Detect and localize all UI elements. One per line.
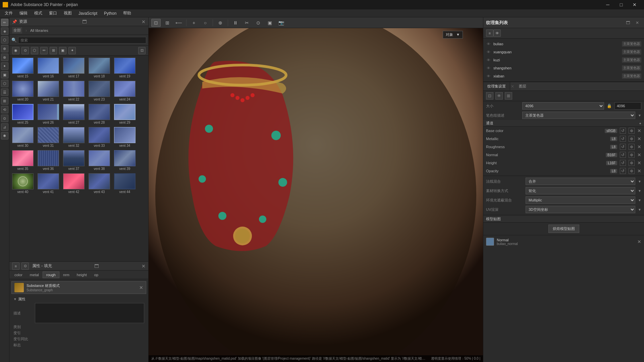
normal-reset[interactable]: ↺ <box>620 152 626 158</box>
tss-tab-settings[interactable]: 纹理集设置 <box>483 82 510 90</box>
normal-del[interactable]: ✕ <box>637 152 641 158</box>
list-item[interactable]: vent 22 <box>62 80 86 102</box>
search-input[interactable] <box>18 37 146 44</box>
texture-row-xiaban[interactable]: 👁 xiaban 主茶笼色器 <box>483 72 644 80</box>
texture-eye-toggle[interactable]: 👁 <box>493 29 501 37</box>
list-item[interactable]: vent 35 <box>11 149 35 171</box>
list-item[interactable]: vent 29 <box>113 103 137 125</box>
list-item[interactable]: vent 23 <box>87 80 111 102</box>
add-channel-btn[interactable]: + <box>639 121 641 125</box>
tss-icon-3[interactable]: ⊞ <box>505 92 512 100</box>
tss-tab-layers[interactable]: 图层 <box>515 82 530 90</box>
metallic-reset[interactable]: ↺ <box>620 136 626 142</box>
texture-row-shangshen[interactable]: 👁 shangshen 主茶笼色器 <box>483 64 644 72</box>
lock-icon[interactable]: 🔒 <box>607 104 612 108</box>
menu-javascript[interactable]: JavaScript <box>75 10 101 16</box>
vt-add[interactable]: + <box>189 19 199 27</box>
vt-photo[interactable]: 📷 <box>276 19 286 27</box>
camera-arrow[interactable]: ▼ <box>456 33 460 37</box>
tool-paint[interactable]: ✏ <box>1 19 8 26</box>
rp-float-icon[interactable]: 🗖 <box>624 19 632 27</box>
list-item[interactable]: vent 39 <box>113 149 137 171</box>
tool-undo[interactable]: ⟲ <box>1 106 8 113</box>
normal-dup[interactable]: ⊕ <box>629 152 635 158</box>
rp-close-icon[interactable]: ✕ <box>633 19 641 27</box>
uv-select[interactable]: 3D空间坐标 <box>526 206 635 213</box>
list-item[interactable]: vent 38 <box>87 149 111 171</box>
eye-icon-kuzi[interactable]: 👁 <box>486 58 491 62</box>
3d-scene[interactable]: 对象 ▼ 从 //·数据天文/模型-贴图/贴图/map/shangshen_ma… <box>149 28 483 362</box>
tool-transform[interactable]: ▣ <box>1 71 8 78</box>
menu-window[interactable]: 窗口 <box>46 10 60 17</box>
list-item[interactable]: vent 18 <box>87 57 111 79</box>
height-reset[interactable]: ↺ <box>620 160 626 166</box>
roughness-reset[interactable]: ↺ <box>620 144 626 150</box>
vt-obj[interactable]: ▣ <box>265 19 274 27</box>
tool-redo[interactable]: ⊙ <box>1 115 8 122</box>
tool-measure[interactable]: ⊿ <box>1 123 8 131</box>
asset-icon-2[interactable]: ⊙ <box>21 47 29 54</box>
tool-dropper[interactable]: ☰ <box>1 88 8 96</box>
asset-icon-5[interactable]: ⊞ <box>50 47 57 54</box>
vt-view-grid[interactable]: ⊞ <box>163 19 172 27</box>
list-item[interactable]: vent 40 <box>11 173 35 194</box>
tool-fill[interactable]: ⬡ <box>1 36 8 44</box>
asset-panel-x[interactable]: ✕ <box>142 19 146 24</box>
collapse-arrow[interactable]: ▼ <box>13 297 17 301</box>
list-item[interactable]: vent 34 <box>113 126 137 148</box>
properties-x[interactable]: ✕ <box>142 263 146 269</box>
basecolor-del[interactable]: ✕ <box>637 128 641 133</box>
blend-select[interactable]: 合并 <box>526 178 635 185</box>
minimize-button[interactable]: ─ <box>601 0 614 9</box>
eye-icon-buliao[interactable]: 👁 <box>486 42 491 46</box>
props-icon-1[interactable]: ≡ <box>12 262 19 270</box>
tab-height[interactable]: height <box>73 272 91 278</box>
list-item[interactable]: vent 16 <box>36 57 60 79</box>
shading-select[interactable]: 矩化 <box>526 187 635 194</box>
asset-icon-1[interactable]: ◉ <box>12 47 19 54</box>
tab-nrm[interactable]: nrm <box>59 272 73 278</box>
tss-icon-1[interactable]: ⊡ <box>486 92 493 100</box>
height-del[interactable]: ✕ <box>637 160 641 166</box>
bake-button[interactable]: 烘焙模型贴图 <box>548 225 579 233</box>
height-dup[interactable]: ⊕ <box>629 160 635 166</box>
roughness-dup[interactable]: ⊕ <box>629 144 635 150</box>
maximize-button[interactable]: □ <box>614 0 628 9</box>
panel-pin-icon[interactable]: 📌 <box>12 19 17 24</box>
tss-size-value[interactable] <box>614 102 641 110</box>
opacity-del[interactable]: ✕ <box>637 168 641 174</box>
tab-op[interactable]: op <box>91 272 102 278</box>
tool-zoom[interactable]: ⊞ <box>1 97 8 105</box>
texture-row-buliao[interactable]: 👁 buliao 主茶笼色器 <box>483 40 644 48</box>
tab-metal[interactable]: metal <box>26 272 43 278</box>
vt-cut[interactable]: ✂ <box>242 19 252 27</box>
list-item[interactable]: vent 28 <box>87 103 111 125</box>
list-item[interactable]: vent 27 <box>62 103 86 125</box>
list-item[interactable]: vent 32 <box>62 126 86 148</box>
texture-list-view[interactable]: ≡ <box>486 29 493 37</box>
float-camera-label[interactable]: 对象 ▼ <box>443 31 463 39</box>
opacity-dup[interactable]: ⊕ <box>629 168 635 174</box>
tss-size-select[interactable]: 4096 2048 1024 <box>522 102 604 110</box>
vt-view-3d[interactable]: ⊡ <box>151 19 161 27</box>
tss-colorgroup-select[interactable]: 主茶笼色器 <box>522 112 635 119</box>
metallic-dup[interactable]: ⊕ <box>629 136 635 142</box>
tool-erase[interactable]: ◈ <box>1 27 8 35</box>
list-item[interactable]: vent 36 <box>36 149 60 171</box>
list-item[interactable]: vent 26 <box>36 103 60 125</box>
menu-mode[interactable]: 模式 <box>31 10 46 17</box>
tool-clone[interactable]: ⊕ <box>1 45 8 52</box>
vt-cursor[interactable]: ⊕ <box>216 19 225 27</box>
vt-render[interactable]: ⊙ <box>254 19 263 27</box>
list-item[interactable]: vent 25 <box>11 103 35 125</box>
properties-float[interactable]: 🗖 <box>94 263 99 269</box>
tab-color[interactable]: color <box>11 272 26 278</box>
prop-desc-input[interactable] <box>35 303 144 323</box>
list-item[interactable]: vent 33 <box>87 126 111 148</box>
menu-help[interactable]: 帮助 <box>120 10 135 17</box>
normal-close[interactable]: ✕ <box>637 239 641 244</box>
menu-python[interactable]: Python <box>101 10 120 16</box>
list-item[interactable]: vent 19 <box>113 57 137 79</box>
material-close[interactable]: ✕ <box>139 285 143 290</box>
list-item[interactable]: vent 21 <box>36 80 60 102</box>
